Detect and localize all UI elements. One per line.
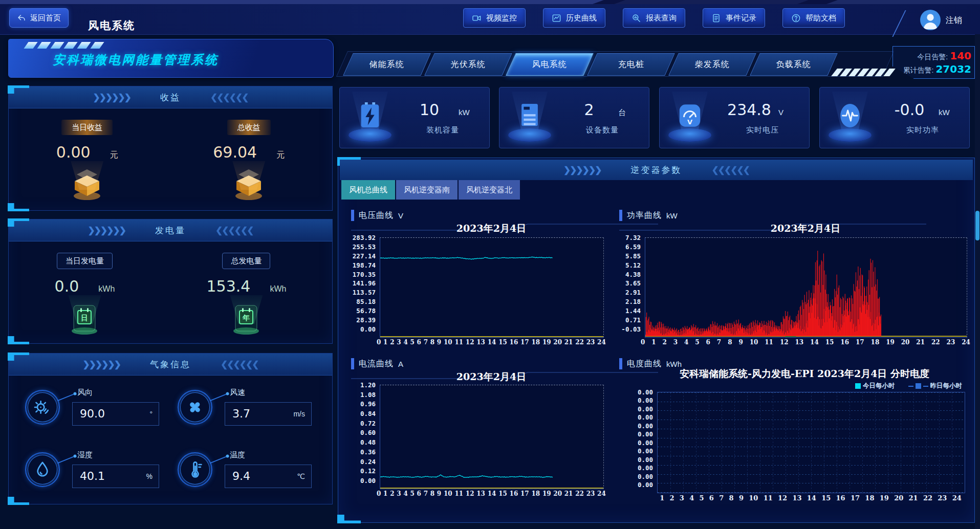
wind-speed-value: 3.7 xyxy=(232,407,250,420)
brand-box: 安科瑞微电网能量管理系统 xyxy=(8,39,334,78)
brand-title: 安科瑞微电网能量管理系统 xyxy=(53,52,219,68)
system-tabs: 储能系统 光伏系统 风电系统 充电桩 柴发系统 负载系统 xyxy=(348,53,833,76)
x-tick-label: 11 xyxy=(764,494,773,502)
y-tick-label: 0.00 xyxy=(638,464,653,472)
x-tick-label: 15 xyxy=(825,339,834,346)
stat-card-power: -0.0kW 实时功率 xyxy=(819,87,970,148)
stat-value: 2 xyxy=(560,101,618,119)
y-tick-label: 0.00 xyxy=(638,456,653,464)
x-tick-label: 9 xyxy=(437,490,441,497)
weather-panel-header: ❯❯❯❯❯❯ 气象信息 ❮❮❮❮❮❮ xyxy=(9,354,332,376)
legend-yesterday[interactable]: 昨日每小时 xyxy=(908,382,963,390)
total-revenue-value: 69.04 xyxy=(213,143,257,161)
gold-box-icon xyxy=(68,164,106,203)
y-tick-label: 0.96 xyxy=(360,400,376,408)
y-tick-label: 0.12 xyxy=(360,467,376,475)
daily-revenue-label: 当日收益 xyxy=(61,120,113,135)
y-tick-label: 0.60 xyxy=(360,429,376,436)
wind-speed-unit: m/s xyxy=(293,410,305,418)
x-tick-label: 9 xyxy=(738,339,743,346)
generation-unit: kWh xyxy=(98,284,115,294)
x-tick-label: 18 xyxy=(531,339,540,346)
generation-unit: kWh xyxy=(270,284,286,294)
x-tick-label: 24 xyxy=(952,494,962,502)
y-tick-label: 0.00 xyxy=(638,481,653,489)
y-tick-label: 0.48 xyxy=(360,438,376,446)
x-tick-label: 2 xyxy=(669,494,674,502)
system-tab[interactable]: 负载系统 xyxy=(750,53,838,76)
legend-swatch-today xyxy=(855,383,861,389)
power-chart-header: 功率曲线 kW xyxy=(619,210,678,221)
legend-today[interactable]: 今日每小时 xyxy=(855,382,895,390)
total-generation-item: 总发电量 153.4kWh 年 xyxy=(207,253,287,337)
label-connector xyxy=(210,394,226,402)
y-tick-label: 5.85 xyxy=(625,252,641,260)
chevrons-right-icon: ❯❯❯❯❯❯ xyxy=(93,92,130,103)
help-doc-button[interactable]: 帮助文档 xyxy=(782,8,845,28)
system-tab[interactable]: 充电桩 xyxy=(587,53,675,76)
event-log-button[interactable]: 事件记录 xyxy=(703,8,765,28)
inverter-tab[interactable]: 风机逆变器南 xyxy=(396,180,458,200)
stat-card-devices: 2台 设备数量 xyxy=(499,87,649,148)
back-home-button[interactable]: 返回首页 xyxy=(9,8,69,28)
system-tab[interactable]: 光伏系统 xyxy=(424,53,512,76)
history-curve-icon xyxy=(552,13,561,23)
temperature-item: 温度 9.4 ℃ xyxy=(172,447,325,494)
x-tick-label: 2 xyxy=(390,490,394,497)
power-chart-date: 2023年2月4日 xyxy=(645,222,966,235)
daily-revenue-item: 当日收益 0.00元 xyxy=(56,120,118,203)
x-tick-label: 15 xyxy=(498,339,507,346)
system-tab[interactable]: 柴发系统 xyxy=(668,53,756,76)
x-tick-label: 10 xyxy=(444,490,452,497)
x-tick-label: 21 xyxy=(916,339,925,346)
x-tick-label: 19 xyxy=(542,339,551,346)
stat-unit: kW xyxy=(939,108,965,117)
system-tab[interactable]: 储能系统 xyxy=(343,53,431,76)
current-chart-header: 电流曲线 A xyxy=(351,358,403,369)
wind-power-dashboard: 返回首页 风电系统 视频监控 历史曲线 报表查询 事件记录 帮助文档 xyxy=(0,0,980,529)
power-pulse-icon xyxy=(837,101,863,130)
wind-direction-unit: ° xyxy=(149,410,153,418)
brand-stripe xyxy=(24,42,37,49)
humidity-unit: % xyxy=(146,472,153,480)
daily-revenue-value: 0.00 xyxy=(56,143,91,161)
x-tick-label: 14 xyxy=(488,490,496,497)
daily-generation-item: 当日发电量 0.0kWh 日 xyxy=(55,253,115,337)
brand-stripe xyxy=(90,42,104,49)
brand-stripe xyxy=(50,42,64,49)
chevrons-left-icon: ❮❮❮❮❮❮ xyxy=(210,92,248,103)
top-decor-strip xyxy=(0,0,980,4)
current-chart: 电流曲线 A 2023年2月4日 1.201.080.960.840.720.6… xyxy=(344,354,607,503)
y-tick-label: 141.96 xyxy=(353,279,376,287)
report-query-button[interactable]: 报表查询 xyxy=(623,8,685,28)
x-tick-label: 15 xyxy=(821,494,831,502)
logout-button[interactable]: 注销 xyxy=(946,15,962,26)
y-tick-label: -0.03 xyxy=(621,325,641,333)
day-calendar-icon: 日 xyxy=(65,298,104,337)
scrollbar-thumb[interactable] xyxy=(975,211,979,240)
x-tick-label: 17 xyxy=(856,339,864,346)
inverter-tab[interactable]: 风机总曲线 xyxy=(341,180,395,200)
y-tick-label: 85.18 xyxy=(356,298,376,305)
report-search-icon xyxy=(631,13,641,23)
x-tick-label: 23 xyxy=(938,494,947,502)
user-avatar[interactable] xyxy=(920,10,941,30)
x-tick-label: 20 xyxy=(553,490,562,497)
inverter-tab[interactable]: 风机逆变器北 xyxy=(459,180,520,200)
history-curve-button[interactable]: 历史曲线 xyxy=(543,8,605,28)
energy-legend: 今日每小时 昨日每小时 xyxy=(855,382,962,390)
x-tick-label: 23 xyxy=(586,339,595,346)
voltage-chart-date: 2023年2月4日 xyxy=(380,222,603,235)
system-tab[interactable]: 风电系统 xyxy=(506,53,594,76)
x-tick-label: 5 xyxy=(695,339,699,346)
title-bar-icon xyxy=(351,210,354,221)
y-tick-label: 255.53 xyxy=(353,243,376,251)
title-bar-icon xyxy=(619,358,622,369)
x-tick-label: 6 xyxy=(709,494,714,502)
y-tick-label: 198.74 xyxy=(353,261,376,269)
video-monitor-button[interactable]: 视频监控 xyxy=(463,8,526,28)
x-tick-label: 24 xyxy=(962,339,970,346)
power-plot xyxy=(645,237,967,338)
wind-direction-value: 90.0 xyxy=(80,407,105,420)
y-tick-label: 0.00 xyxy=(638,422,653,430)
